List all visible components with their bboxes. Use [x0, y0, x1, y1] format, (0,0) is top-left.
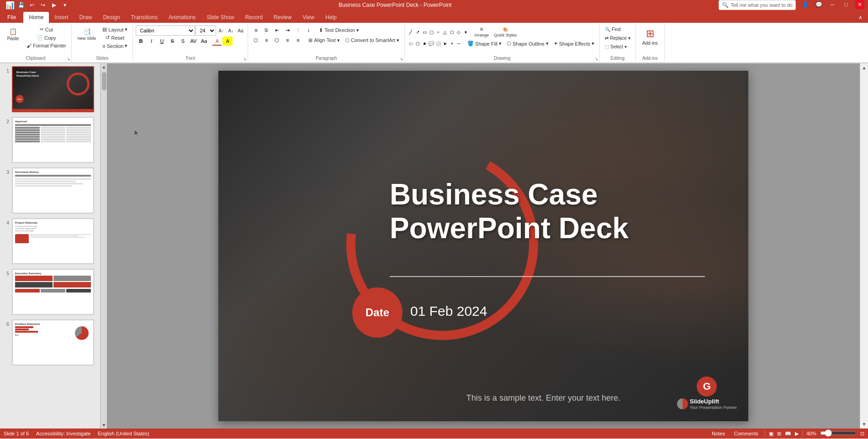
undo-button[interactable]: ↩	[27, 0, 37, 10]
shape-hexagon[interactable]: ⬡	[414, 41, 421, 47]
view-sorter-button[interactable]: ⊞	[777, 431, 781, 437]
ribbon-collapse[interactable]: ∧	[853, 12, 868, 23]
shape-line2[interactable]: ─	[455, 41, 462, 47]
shape-effects-button[interactable]: ✦ Shape Effects ▾	[551, 40, 597, 47]
bullets-button[interactable]: ≡	[251, 26, 261, 35]
shape-equation[interactable]: +	[449, 41, 455, 47]
slide-thumbnail-3[interactable]: 3 Document History	[2, 167, 98, 214]
shape-circle[interactable]: ○	[435, 29, 441, 36]
font-size-select[interactable]: 24	[196, 26, 216, 36]
tab-home[interactable]: Home	[23, 12, 49, 23]
slide-canvas[interactable]: Business Case PowerPoint Deck Date 01 Fe…	[218, 71, 748, 421]
scroll-thumb[interactable]	[102, 72, 106, 90]
language-status[interactable]: English (United States)	[98, 431, 149, 436]
strikethrough-button[interactable]: S	[167, 37, 177, 46]
tab-file[interactable]: File	[0, 12, 23, 23]
tab-transitions[interactable]: Transitions	[126, 12, 163, 23]
arrange-button[interactable]: ⧉ Arrange	[472, 26, 491, 39]
find-button[interactable]: 🔍 Find	[603, 26, 623, 33]
shape-star[interactable]: ★	[421, 41, 428, 47]
more-shapes-button[interactable]: ▾	[462, 29, 469, 36]
align-text-button[interactable]: ⊞ Align Text ▾	[306, 37, 342, 44]
maximize-button[interactable]: □	[842, 0, 851, 9]
window-controls[interactable]: 🔍 Tell me what you want to do 👤 💬 ─ □ ✕	[719, 0, 864, 10]
tab-draw[interactable]: Draw	[74, 12, 97, 23]
font-expand-icon[interactable]: ↘	[243, 57, 247, 61]
tab-review[interactable]: Review	[268, 12, 297, 23]
tab-record[interactable]: Record	[239, 12, 268, 23]
tab-view[interactable]: View	[297, 12, 320, 23]
slide-image-3[interactable]: Document History	[12, 167, 94, 214]
shape-outline-button[interactable]: ⬡ Shape Outline ▾	[504, 40, 551, 47]
slide-thumbnail-4[interactable]: 4 Project Rationale Lorem ipsum dolor si…	[2, 217, 98, 265]
reset-button[interactable]: ↺ Reset	[100, 34, 130, 42]
character-spacing-button[interactable]: AV	[188, 37, 198, 46]
font-family-select[interactable]: Calibri	[136, 26, 195, 36]
shape-oval[interactable]: ⬭	[408, 41, 414, 47]
tab-animations[interactable]: Animations	[163, 12, 201, 23]
tab-help[interactable]: Help	[320, 12, 342, 23]
shadow-button[interactable]: S	[178, 37, 188, 46]
scroll-down-arrow[interactable]: ▼	[101, 422, 107, 429]
slide-image-5[interactable]: Executive Summary	[12, 269, 94, 315]
slide-thumbnail-2[interactable]: 2 Approval	[2, 116, 98, 164]
cut-button[interactable]: ✂ Cut	[24, 26, 69, 33]
tab-insert[interactable]: Insert	[49, 12, 74, 23]
new-slide-button[interactable]: 📑 New Slide	[74, 26, 100, 43]
slide-thumbnail-6[interactable]: 6 Problem Statement 65%	[2, 319, 98, 366]
ribbon-tab-bar[interactable]: File Home Insert Draw Design Transitions…	[0, 10, 868, 23]
add-ins-button[interactable]: ⊞ Add-ins	[639, 26, 662, 48]
shape-block-arrow[interactable]: ➤	[442, 41, 448, 47]
canvas-area[interactable]: Business Case PowerPoint Deck Date 01 Fe…	[107, 63, 860, 429]
columns-button[interactable]: ⋮	[293, 26, 303, 35]
underline-button[interactable]: U	[157, 37, 167, 46]
paste-button[interactable]: 📋 Paste	[3, 26, 23, 43]
view-slideshow-button[interactable]: ▶	[795, 431, 799, 437]
redo-button[interactable]: ↪	[38, 0, 48, 10]
quick-styles-button[interactable]: 🎨 Quick Styles	[492, 26, 519, 39]
slide-panel[interactable]: 1 Business CasePowerPoint Deck Date 2	[0, 63, 101, 429]
clipboard-expand-icon[interactable]: ↘	[67, 57, 70, 61]
increase-indent-button[interactable]: ⇥	[282, 26, 292, 35]
fit-to-window-button[interactable]: ⊡	[860, 431, 864, 437]
clear-formatting-button[interactable]: Aa	[236, 27, 245, 34]
replace-button[interactable]: ⇄ Replace ▾	[603, 34, 633, 42]
shape-diamond[interactable]: ◇	[455, 29, 462, 36]
shape-callout[interactable]: 💬	[428, 41, 434, 47]
comments-button-status[interactable]: Comments	[731, 430, 761, 437]
customize-quick-access[interactable]: ▾	[60, 0, 69, 10]
right-scroll-up[interactable]: ▲	[862, 65, 867, 70]
layout-button[interactable]: ▤ Layout ▾	[100, 26, 130, 33]
copy-button[interactable]: 📄 Copy	[24, 34, 69, 42]
line-spacing-button[interactable]: ↕	[303, 26, 313, 35]
save-button[interactable]: 💾	[16, 0, 26, 10]
close-button[interactable]: ✕	[855, 0, 864, 9]
minimize-button[interactable]: ─	[828, 0, 837, 9]
shape-fill-button[interactable]: 🪣 Shape Fill ▾	[465, 40, 504, 47]
accessibility-status[interactable]: Accessibility: Investigate	[36, 431, 90, 436]
slide-image-1[interactable]: Business CasePowerPoint Deck Date	[12, 66, 94, 112]
align-center-button[interactable]: ≡	[261, 36, 271, 45]
align-left-button[interactable]: ⬡	[251, 36, 261, 45]
format-painter-button[interactable]: 🖌 Format Painter	[24, 42, 69, 49]
zoom-range-input[interactable]	[820, 431, 857, 435]
bold-button[interactable]: B	[136, 37, 146, 46]
shape-pentagon[interactable]: ⬠	[449, 29, 455, 36]
numbering-button[interactable]: ①	[261, 26, 271, 35]
tab-slideshow[interactable]: Slide Show	[201, 12, 239, 23]
right-scroll-down[interactable]: ▼	[862, 422, 867, 427]
paragraph-expand-icon[interactable]: ↘	[400, 57, 403, 61]
tell-me-box[interactable]: 🔍 Tell me what you want to do	[719, 0, 796, 10]
text-direction-button[interactable]: ⬍ Text Direction ▾	[317, 26, 361, 34]
smartart-button[interactable]: ⬡ Convert to SmartArt ▾	[343, 37, 402, 44]
justify-low-button[interactable]: ≡	[293, 36, 303, 45]
increase-font-button[interactable]: A↑	[217, 27, 226, 34]
change-case-button[interactable]: Aa	[199, 37, 209, 46]
shape-triangle[interactable]: △	[442, 29, 448, 36]
font-color-button[interactable]: A	[212, 37, 222, 46]
zoom-slider[interactable]	[820, 431, 857, 436]
justify-button[interactable]: ≡	[282, 36, 292, 45]
notes-button[interactable]: Notes	[709, 430, 728, 437]
slide-thumbnail-5[interactable]: 5 Executive Summary	[2, 268, 98, 316]
italic-button[interactable]: I	[146, 37, 156, 46]
